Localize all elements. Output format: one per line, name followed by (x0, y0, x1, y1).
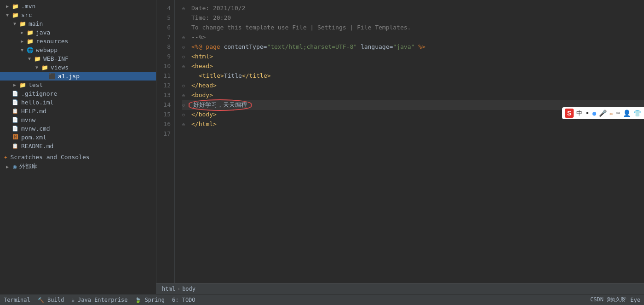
tree-label: views (51, 64, 69, 71)
file-icon: 📄 (11, 99, 19, 106)
tree-label: mvnw.cmd (21, 125, 50, 132)
code-line-7: ⊖ --%> (182, 33, 644, 42)
expand-arrow: ▼ (11, 21, 18, 26)
file-icon: ⬛ (48, 73, 56, 80)
tree-item-a1jsp[interactable]: ▶ ⬛ a1.jsp (0, 72, 156, 81)
code-line-4: ⊖ Date: 2021/10/2 (182, 4, 644, 13)
file-icon: 📄 (11, 91, 19, 97)
code-line-5: Time: 20:20 (182, 13, 644, 23)
code-body[interactable]: ⊖ Date: 2021/10/2 Time: 20:20 To change … (175, 0, 644, 283)
folder-icon: 📁 (11, 3, 19, 10)
csdn-pen-icon: ✏ (610, 109, 613, 117)
tree-label: .mvn (21, 3, 35, 10)
expand-arrow: ▶ (4, 126, 11, 131)
tree-item-mvnw[interactable]: ▶ 📄 mvnw (0, 115, 156, 124)
expand-arrow: ▶ (4, 91, 11, 96)
folder-icon: 🌐 (26, 47, 34, 53)
expand-arrow: ▼ (33, 65, 40, 70)
code-line-8: ⊖ <%@ page contentType= "text/html;chars… (182, 42, 644, 52)
breadcrumb-html: html (162, 286, 175, 292)
tree-label: WEB-INF (43, 55, 69, 62)
tree-item-hello-iml[interactable]: ▶ 📄 hello.iml (0, 98, 156, 107)
folder-icon: 📁 (40, 64, 49, 71)
external-lib-label: 外部库 (19, 162, 37, 171)
code-line-17 (182, 129, 644, 139)
expand-arrow: ▶ (11, 82, 18, 87)
spring-icon: 🍃 (135, 297, 141, 303)
csdn-user-icon: 👤 (623, 109, 631, 117)
java-enterprise-button[interactable]: ☕ Java Enterprise (71, 297, 127, 303)
csdn-shirt-icon: 👕 (633, 109, 641, 117)
tree-item-help-md[interactable]: ▶ 📋 HELP.md (0, 107, 156, 115)
scratches-icon: ✦ (4, 153, 7, 161)
tree-item-views[interactable]: ▼ 📁 views (0, 63, 156, 72)
expand-arrow: ▶ (4, 117, 11, 122)
terminal-button[interactable]: Terminal (4, 297, 30, 303)
code-container[interactable]: 4 5 6 7 8 9 10 11 12 13 14 15 16 17 ⊖ (156, 0, 644, 283)
scratches-item[interactable]: ✦ Scratches and Consoles (0, 152, 156, 161)
java-icon: ☕ (71, 297, 75, 303)
expand-arrow: ▶ (4, 144, 11, 149)
tree-item-readme-md[interactable]: ▶ 📋 README.md (0, 142, 156, 150)
expand-arrow: ▼ (26, 56, 33, 61)
todo-button[interactable]: 6: TODO (172, 297, 196, 303)
tree-item-test[interactable]: ▶ 📁 test (0, 81, 156, 89)
file-icon: 📄 (11, 117, 19, 123)
folder-icon: 📁 (26, 29, 34, 36)
tree-item-mvn[interactable]: ▶ 📁 .mvn (0, 2, 156, 11)
tree-label: src (21, 12, 32, 18)
tree-item-gitignore[interactable]: ▶ 📄 .gitignore (0, 89, 156, 98)
folder-icon: 📁 (18, 21, 27, 27)
csdn-lang-icon: 中 (576, 109, 582, 117)
template-text: To change this template use File | Setti… (191, 23, 411, 33)
tree-item-webapp[interactable]: ▼ 🌐 webapp (0, 46, 156, 54)
expand-arrow: ▶ (18, 39, 26, 44)
editor-area: 4 5 6 7 8 9 10 11 12 13 14 15 16 17 ⊖ (156, 0, 644, 294)
expand-arrow: ▼ (18, 47, 26, 52)
build-icon: 🔨 (38, 297, 44, 303)
code-line-16: ⊖ </html> (182, 120, 644, 129)
file-icon: 📋 (11, 108, 19, 115)
expand-arrow: ▶ (40, 74, 48, 79)
tree-item-java[interactable]: ▶ 📁 java (0, 28, 156, 37)
code-line-13: ⊖ <body> (182, 91, 644, 100)
file-icon: 📋 (11, 143, 19, 150)
folder-icon: 📁 (33, 56, 41, 62)
expand-arrow: ▶ (18, 30, 26, 35)
code-line-10: ⊖ < head > (182, 62, 644, 71)
breadcrumb-sep: › (177, 286, 180, 292)
breadcrumb-body: body (182, 286, 196, 292)
csdn-toolbar[interactable]: S 中 • ● 🎤 ✏ ⌨ 👤 👕 (562, 107, 644, 119)
csdn-logo-icon: S (565, 109, 574, 118)
tree-item-webinf[interactable]: ▼ 📁 WEB-INF (0, 54, 156, 63)
tree-item-resources[interactable]: ▶ 📁 resources (0, 37, 156, 46)
tree-item-main[interactable]: ▼ 📁 main (0, 19, 156, 28)
tree-label: resources (36, 38, 68, 45)
file-tree[interactable]: ▶ 📁 .mvn ▼ 📁 src ▼ 📁 main ▶ 📁 java (0, 0, 156, 294)
expand-arrow: ▶ (4, 164, 11, 169)
tree-item-mvnw-cmd[interactable]: ▶ 📄 mvnw.cmd (0, 124, 156, 133)
breadcrumb-bar: html › body (156, 283, 644, 294)
external-lib-item[interactable]: ▶ ◉ 外部库 (0, 161, 156, 172)
tree-label: java (36, 29, 50, 36)
status-right: CSDN @执久呀 Eye (590, 296, 640, 304)
tree-label: hello.iml (21, 99, 53, 106)
file-icon: 📄 (11, 126, 19, 132)
tree-label: test (29, 81, 43, 88)
tree-label: HELP.md (21, 108, 46, 115)
csdn-circle-icon: ● (592, 109, 596, 117)
eye-status-label: Eye (630, 297, 640, 303)
spring-button[interactable]: 🍃 Spring (135, 297, 165, 303)
build-button[interactable]: 🔨 Build (38, 297, 64, 303)
expand-arrow: ▼ (4, 12, 11, 17)
expand-arrow: ▶ (4, 4, 11, 9)
tree-label: README.md (21, 143, 53, 150)
csdn-dot-icon: • (585, 109, 590, 118)
tree-item-src[interactable]: ▼ 📁 src (0, 11, 156, 19)
tree-label: main (29, 20, 43, 27)
folder-icon: 📁 (11, 12, 19, 18)
csdn-mic-icon: 🎤 (599, 109, 607, 117)
tree-item-pom-xml[interactable]: ▶ 🅼 pom.xml (0, 133, 156, 142)
chinese-content: 好好学习，天天编程 (189, 99, 252, 111)
tree-label: a1.jsp (58, 73, 80, 80)
